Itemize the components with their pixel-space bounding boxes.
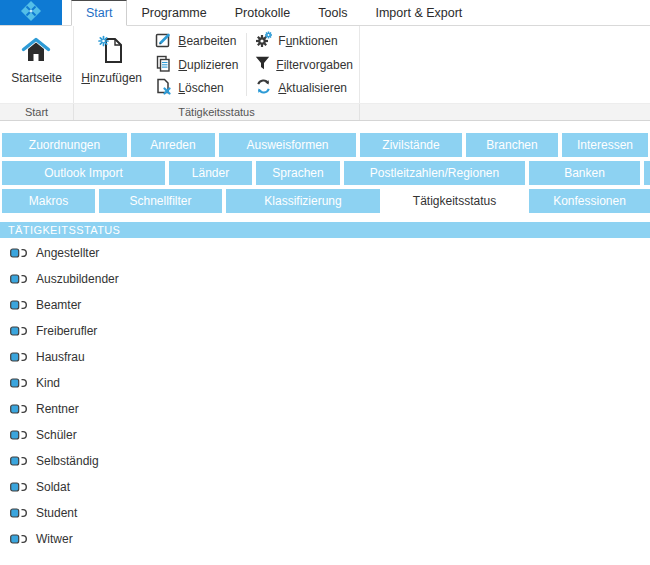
tab-zivilstaende[interactable]: Zivilstände bbox=[360, 133, 462, 157]
filtervorgaben-button[interactable]: Filtervorgaben bbox=[251, 56, 357, 74]
tab-schnellfilter[interactable]: Schnellfilter bbox=[99, 189, 222, 213]
tab-partial[interactable] bbox=[644, 161, 650, 185]
new-document-icon bbox=[98, 31, 125, 67]
gears-icon bbox=[255, 31, 272, 51]
ribbon-small-column-1: Bearbeiten Du bbox=[149, 26, 244, 103]
filtervorgaben-label: Filtervorgaben bbox=[276, 58, 353, 72]
list-item[interactable]: Beamter bbox=[0, 292, 650, 318]
list-item[interactable]: Schüler bbox=[0, 422, 650, 448]
ribbon-separator bbox=[246, 33, 247, 96]
bearbeiten-button[interactable]: Bearbeiten bbox=[151, 32, 242, 50]
tab-interessen[interactable]: Interessen bbox=[562, 133, 648, 157]
label-part: inzufügen bbox=[90, 71, 142, 85]
list-item[interactable]: Rentner bbox=[0, 396, 650, 422]
status-list: Angestellter Auszubildender Beamter Frei… bbox=[0, 238, 650, 552]
list-item[interactable]: Student bbox=[0, 500, 650, 526]
label-part: ktualisieren bbox=[286, 81, 347, 95]
tab-sprachen[interactable]: Sprachen bbox=[256, 161, 340, 185]
tag-connector-icon bbox=[10, 482, 27, 492]
funktionen-button[interactable]: Funktionen bbox=[251, 32, 357, 50]
duplizieren-button[interactable]: Duplizieren bbox=[151, 56, 242, 74]
list-item[interactable]: Selbständig bbox=[0, 448, 650, 474]
list-item[interactable]: Freiberufler bbox=[0, 318, 650, 344]
list-item-label: Angestellter bbox=[36, 246, 99, 260]
aktualisieren-button[interactable]: Aktualisieren bbox=[251, 79, 357, 97]
tab-banken[interactable]: Banken bbox=[529, 161, 640, 185]
group-label-taetigkeitsstatus: Tätigkeitsstatus bbox=[74, 104, 360, 120]
list-item[interactable]: Witwer bbox=[0, 526, 650, 552]
duplizieren-label: Duplizieren bbox=[178, 58, 238, 72]
tab-outlook-import[interactable]: Outlook Import bbox=[2, 161, 165, 185]
label-part: öschen bbox=[185, 81, 224, 95]
tab-klassifizierung[interactable]: Klassifizierung bbox=[226, 189, 380, 213]
tab-anreden[interactable]: Anreden bbox=[131, 133, 215, 157]
tag-connector-icon bbox=[10, 534, 27, 544]
list-item-label: Rentner bbox=[36, 402, 79, 416]
tag-connector-icon bbox=[10, 326, 27, 336]
tag-connector-icon bbox=[10, 352, 27, 362]
menu-bar: Start Programme Protokolle Tools Import … bbox=[0, 0, 650, 26]
list-item[interactable]: Kind bbox=[0, 370, 650, 396]
delete-document-icon bbox=[155, 78, 172, 98]
list-item[interactable]: Auszubildender bbox=[0, 266, 650, 292]
tab-postleitzahlen-regionen[interactable]: Postleitzahlen/Regionen bbox=[344, 161, 525, 185]
tag-connector-icon bbox=[10, 378, 27, 388]
list-item[interactable]: Hausfrau bbox=[0, 344, 650, 370]
startseite-label: Startseite bbox=[11, 71, 62, 85]
list-item-label: Soldat bbox=[36, 480, 70, 494]
tab-laender[interactable]: Länder bbox=[169, 161, 252, 185]
hinzufuegen-button[interactable]: Hinzufügen bbox=[74, 26, 149, 103]
label-part: H bbox=[81, 71, 90, 85]
app-logo-button[interactable] bbox=[0, 0, 62, 25]
list-item-label: Selbständig bbox=[36, 454, 99, 468]
label-part: earbeiten bbox=[186, 34, 236, 48]
hinzufuegen-label: Hinzufügen bbox=[81, 71, 142, 85]
list-item[interactable]: Soldat bbox=[0, 474, 650, 500]
tag-connector-icon bbox=[10, 456, 27, 466]
tag-connector-icon bbox=[10, 404, 27, 414]
tab-grid-row-1: Zuordnungen Anreden Ausweisformen Zivils… bbox=[2, 133, 650, 157]
tag-connector-icon bbox=[10, 274, 27, 284]
startseite-button[interactable]: Startseite bbox=[11, 26, 62, 103]
label-part: D bbox=[178, 58, 187, 72]
tag-connector-icon bbox=[10, 248, 27, 258]
tab-ausweisformen[interactable]: Ausweisformen bbox=[219, 133, 356, 157]
tag-connector-icon bbox=[10, 300, 27, 310]
menu-tab-programme[interactable]: Programme bbox=[127, 0, 220, 25]
ribbon-group-taetigkeitsstatus: Hinzufügen Bearbeiten bbox=[74, 26, 360, 103]
tab-taetigkeitsstatus[interactable]: Tätigkeitsstatus bbox=[384, 189, 525, 213]
tag-connector-icon bbox=[10, 430, 27, 440]
list-item-label: Schüler bbox=[36, 428, 77, 442]
ribbon-group-start: Startseite bbox=[0, 26, 74, 103]
edit-pencil-icon bbox=[155, 31, 172, 51]
list-item-label: Freiberufler bbox=[36, 324, 97, 338]
tab-konfessionen[interactable]: Konfessionen bbox=[529, 189, 650, 213]
section-header: TÄTIGKEITSSTATUS bbox=[0, 222, 650, 238]
list-item[interactable]: Angestellter bbox=[0, 240, 650, 266]
tag-connector-icon bbox=[10, 508, 27, 518]
label-part: F bbox=[278, 34, 285, 48]
menu-tab-import-export[interactable]: Import & Export bbox=[361, 0, 476, 25]
refresh-icon bbox=[255, 78, 272, 98]
loeschen-label: Löschen bbox=[178, 81, 223, 95]
menu-tab-start[interactable]: Start bbox=[71, 0, 127, 26]
diamond-logo-icon bbox=[16, 0, 46, 26]
list-item-label: Beamter bbox=[36, 298, 81, 312]
tab-grid-row-3: Makros Schnellfilter Klassifizierung Tät… bbox=[2, 189, 650, 213]
filter-funnel-icon bbox=[255, 56, 270, 73]
tab-zuordnungen[interactable]: Zuordnungen bbox=[2, 133, 127, 157]
list-item-label: Auszubildender bbox=[36, 272, 119, 286]
label-part: nktionen bbox=[292, 34, 337, 48]
ribbon-group-strip: Start Tätigkeitsstatus bbox=[0, 103, 650, 120]
tab-makros[interactable]: Makros bbox=[2, 189, 95, 213]
menu-tab-tools[interactable]: Tools bbox=[304, 0, 361, 25]
label-part: iltervorgaben bbox=[284, 58, 353, 72]
tab-grid-row-2: Outlook Import Länder Sprachen Postleitz… bbox=[2, 161, 650, 185]
funktionen-label: Funktionen bbox=[278, 34, 337, 48]
tab-branchen[interactable]: Branchen bbox=[466, 133, 558, 157]
aktualisieren-label: Aktualisieren bbox=[278, 81, 347, 95]
bearbeiten-label: Bearbeiten bbox=[178, 34, 236, 48]
menu-tab-protokolle[interactable]: Protokolle bbox=[221, 0, 305, 25]
label-part: F bbox=[276, 58, 283, 72]
loeschen-button[interactable]: Löschen bbox=[151, 79, 242, 97]
